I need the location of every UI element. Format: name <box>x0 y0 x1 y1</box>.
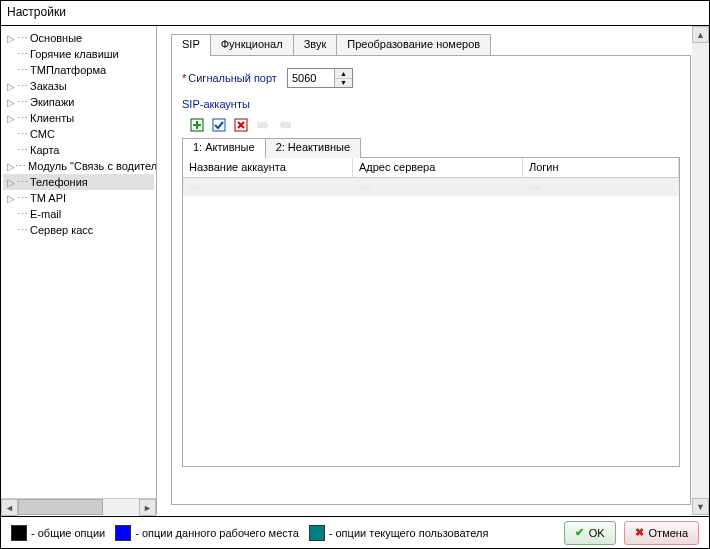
tab-0[interactable]: SIP <box>171 34 211 56</box>
svg-rect-8 <box>283 122 291 128</box>
svg-rect-7 <box>257 122 265 128</box>
tree-marker-icon: ⋯ <box>17 192 28 205</box>
sidebar-item-7[interactable]: ⋯Карта <box>3 142 154 158</box>
accounts-grid[interactable]: Название аккаунта Адрес сервера Логин — … <box>182 157 680 467</box>
tree-marker-icon: ⋯ <box>17 96 28 109</box>
tab-2[interactable]: Звук <box>293 34 338 56</box>
scroll-down-button[interactable]: ▼ <box>692 498 709 515</box>
tree-marker-icon: ⋯ <box>17 144 28 157</box>
settings-tree[interactable]: ▷⋯Основные⋯Горячие клавиши⋯ТМПлатформа▷⋯… <box>1 26 156 498</box>
table-row[interactable]: — — — <box>183 178 679 196</box>
cancel-button-label: Отмена <box>649 527 688 539</box>
sidebar-item-label: СМС <box>30 128 55 140</box>
cell-server: — <box>353 178 523 196</box>
subtab-0[interactable]: 1: Активные <box>182 138 266 158</box>
signal-port-label: Сигнальный порт <box>188 72 277 84</box>
move-right-icon[interactable] <box>276 116 294 134</box>
window-title: Настройки <box>1 1 709 25</box>
grid-col-login[interactable]: Логин <box>523 158 679 177</box>
sidebar-item-2[interactable]: ⋯ТМПлатформа <box>3 62 154 78</box>
sidebar-item-9[interactable]: ▷⋯Телефония <box>3 174 154 190</box>
cell-login: — <box>523 178 679 196</box>
edit-account-icon[interactable] <box>210 116 228 134</box>
tree-marker-icon: ⋯ <box>17 32 28 45</box>
expand-icon[interactable]: ▷ <box>7 113 17 124</box>
scroll-thumb[interactable] <box>18 499 103 515</box>
tab-body-sip: * Сигнальный порт ▲ ▼ SIP-аккаунты <box>171 55 691 505</box>
legend-item-1: - опции данного рабочего места <box>115 525 299 541</box>
required-asterisk: * <box>182 72 186 84</box>
tab-1[interactable]: Функционал <box>210 34 294 56</box>
sidebar-item-12[interactable]: ⋯Сервер касс <box>3 222 154 238</box>
tab-3[interactable]: Преобразование номеров <box>336 34 491 56</box>
signal-port-spinner[interactable]: ▲ ▼ <box>287 68 353 88</box>
sidebar-hscroll[interactable]: ◄ ► <box>1 498 156 515</box>
check-icon: ✔ <box>575 526 584 539</box>
legend-swatch <box>11 525 27 541</box>
expand-icon[interactable]: ▷ <box>7 193 17 204</box>
expand-icon[interactable]: ▷ <box>7 97 17 108</box>
sidebar-item-8[interactable]: ▷⋯Модуль "Связь с водителями" <box>3 158 154 174</box>
tree-marker-icon: ⋯ <box>17 224 28 237</box>
scroll-right-button[interactable]: ► <box>139 499 156 516</box>
tree-marker-icon: ⋯ <box>17 128 28 141</box>
sidebar-item-label: Заказы <box>30 80 67 92</box>
legend-text: - опции текущего пользователя <box>329 527 489 539</box>
expand-icon[interactable]: ▷ <box>7 177 17 188</box>
cancel-button[interactable]: ✖ Отмена <box>624 521 699 545</box>
sidebar: ▷⋯Основные⋯Горячие клавиши⋯ТМПлатформа▷⋯… <box>1 26 157 515</box>
sidebar-item-1[interactable]: ⋯Горячие клавиши <box>3 46 154 62</box>
sidebar-item-3[interactable]: ▷⋯Заказы <box>3 78 154 94</box>
sidebar-item-label: TM API <box>30 192 66 204</box>
legend-item-2: - опции текущего пользователя <box>309 525 489 541</box>
legend-swatch <box>309 525 325 541</box>
legend-swatch <box>115 525 131 541</box>
expand-icon[interactable]: ▷ <box>7 161 15 172</box>
sidebar-item-0[interactable]: ▷⋯Основные <box>3 30 154 46</box>
tree-marker-icon: ⋯ <box>17 64 28 77</box>
cell-name: — <box>183 178 353 196</box>
footer: - общие опции- опции данного рабочего ме… <box>1 516 709 548</box>
move-left-icon[interactable] <box>254 116 272 134</box>
sidebar-item-label: Горячие клавиши <box>30 48 119 60</box>
content-vscroll[interactable]: ▲ ▼ <box>692 26 709 515</box>
main-tabs: SIPФункционалЗвукПреобразование номеров <box>171 34 691 56</box>
sidebar-item-label: Модуль "Связь с водителями" <box>28 160 156 172</box>
sidebar-item-label: Экипажи <box>30 96 74 108</box>
expand-icon[interactable]: ▷ <box>7 33 17 44</box>
tree-marker-icon: ⋯ <box>17 48 28 61</box>
grid-header: Название аккаунта Адрес сервера Логин <box>183 158 679 178</box>
legend-item-0: - общие опции <box>11 525 105 541</box>
sidebar-item-10[interactable]: ▷⋯TM API <box>3 190 154 206</box>
subtab-1[interactable]: 2: Неактивные <box>265 138 361 158</box>
accounts-toolbar <box>188 116 680 134</box>
expand-icon[interactable]: ▷ <box>7 81 17 92</box>
scroll-left-button[interactable]: ◄ <box>1 499 18 516</box>
sidebar-item-11[interactable]: ⋯E-mail <box>3 206 154 222</box>
grid-col-server[interactable]: Адрес сервера <box>353 158 523 177</box>
sidebar-item-label: E-mail <box>30 208 61 220</box>
svg-rect-3 <box>213 119 225 131</box>
sidebar-item-6[interactable]: ⋯СМС <box>3 126 154 142</box>
grid-col-name[interactable]: Название аккаунта <box>183 158 353 177</box>
spin-up-button[interactable]: ▲ <box>335 69 352 79</box>
legend-text: - опции данного рабочего места <box>135 527 299 539</box>
tree-marker-icon: ⋯ <box>17 176 28 189</box>
ok-button[interactable]: ✔ OK <box>564 521 616 545</box>
signal-port-input[interactable] <box>288 69 334 87</box>
tree-marker-icon: ⋯ <box>17 208 28 221</box>
sidebar-item-4[interactable]: ▷⋯Экипажи <box>3 94 154 110</box>
sidebar-item-label: ТМПлатформа <box>30 64 106 76</box>
tree-marker-icon: ⋯ <box>17 80 28 93</box>
spin-down-button[interactable]: ▼ <box>335 79 352 88</box>
scroll-up-button[interactable]: ▲ <box>692 26 709 43</box>
sidebar-item-5[interactable]: ▷⋯Клиенты <box>3 110 154 126</box>
close-icon: ✖ <box>635 526 644 539</box>
sidebar-item-label: Основные <box>30 32 82 44</box>
sidebar-item-label: Телефония <box>30 176 88 188</box>
add-account-icon[interactable] <box>188 116 206 134</box>
delete-account-icon[interactable] <box>232 116 250 134</box>
sidebar-item-label: Сервер касс <box>30 224 93 236</box>
vscroll-track[interactable] <box>692 43 709 498</box>
scroll-track[interactable] <box>18 499 139 515</box>
